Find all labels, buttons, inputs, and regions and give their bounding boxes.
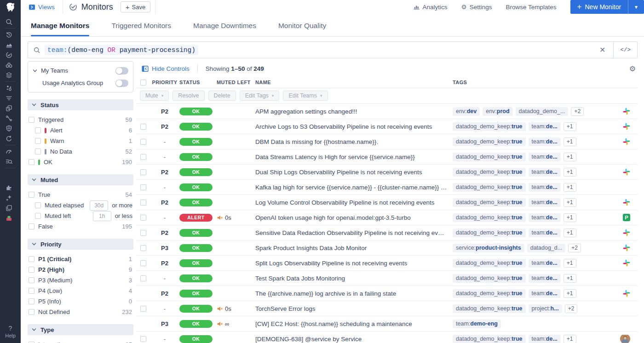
more-tags-badge[interactable]: +1 [564,153,576,161]
save-button[interactable]: + Save [121,1,150,12]
facet-duration-input[interactable] [90,200,108,211]
status-badge[interactable]: OK [179,108,213,115]
browse-templates-button[interactable]: Browse Templates [506,4,557,11]
facet-section-header-status[interactable]: Status [28,99,133,110]
facet-checkbox[interactable] [29,277,34,283]
facet-checkbox[interactable] [29,256,34,262]
tag-pill[interactable]: team:de... [529,213,561,222]
facet-section-header-muted[interactable]: Muted [28,174,133,185]
monitor-name-link[interactable]: Spark Product Insights Data Job Monitor [255,245,453,252]
monitor-name-link[interactable]: Sensitive Data Redaction Observability P… [255,229,453,236]
tag-pill[interactable]: team:de... [529,274,561,283]
facet-checkbox[interactable] [35,138,41,144]
tag-pill[interactable]: team:de... [529,259,561,268]
tag-pill[interactable]: datadog_demo_keep:true [453,229,526,237]
monitor-name-link[interactable]: Data Streams Latency is High for service… [255,154,453,160]
column-header-tags[interactable]: TAGS [453,80,638,85]
monitor-name-link[interactable]: TorchServe Error logs [255,305,453,312]
monitor-name-link[interactable]: Test Spark Data Jobs Monitoring [255,275,453,282]
tag-pill[interactable]: team:de... [529,122,561,131]
tag-pill[interactable]: team:de... [529,229,561,237]
more-tags-badge[interactable]: +1 [564,213,576,222]
facet-item-triggered[interactable]: Triggered59 [28,114,133,125]
workflows-icon[interactable] [5,204,13,212]
row-checkbox[interactable] [140,184,146,190]
tag-pill[interactable]: datadog_demo_keep:true [453,335,526,343]
delete-button[interactable]: Delete [208,91,236,101]
status-badge[interactable]: OK [179,199,213,206]
monitors-icon[interactable] [5,51,13,59]
status-badge[interactable]: OK [179,183,213,191]
facet-checkbox[interactable] [29,192,34,198]
more-tags-badge[interactable]: +1 [564,137,576,146]
slack-icon[interactable] [623,259,630,267]
monitor-name-link[interactable]: Kafka lag high for service {{service.nam… [255,184,453,191]
clear-search-button[interactable]: ✕ [592,42,613,58]
integrations-icon[interactable] [5,184,13,192]
tag-pill[interactable]: datadog_demo_keep:true [453,168,526,177]
monitor-name-link[interactable]: Dual Ship Logs Observability Pipeline is… [255,169,453,176]
toy-icon[interactable] [5,214,13,222]
status-badge[interactable]: OK [179,244,213,252]
table-settings-button[interactable]: ⚙ [629,64,636,73]
help-button[interactable]: ? Help [5,325,16,338]
edit-teams-button[interactable]: Edit Teams▾ [283,91,328,101]
slack-icon[interactable] [623,123,630,130]
monitor-name-link[interactable]: The {{archive.name}} log archive is in a… [255,290,453,297]
more-tags-badge[interactable]: +1 [564,183,576,192]
tab-manage-monitors[interactable]: Manage Monitors [31,22,89,36]
log-explorer-icon[interactable] [5,158,13,166]
monitor-name-link[interactable]: [DEMOENG-638] @service by Service [255,336,453,343]
pagerduty-icon[interactable]: P [623,214,630,221]
new-monitor-dropdown-button[interactable]: ▼ [628,0,644,14]
tag-pill[interactable]: env:prod [483,107,512,116]
monitor-name-link[interactable]: Archive Logs to S3 Observability Pipelin… [255,123,453,130]
status-badge[interactable]: OK [179,123,213,131]
row-checkbox[interactable] [140,154,146,160]
apm-icon[interactable] [5,84,13,92]
analytics-button[interactable]: Analytics [413,4,448,11]
monitor-name-link[interactable]: Split Logs Observability Pipeline is not… [255,260,453,267]
facet-item-p2-high-[interactable]: P2 (High)9 [28,264,133,275]
facet-item-true[interactable]: True54 [28,189,133,200]
select-all-checkbox[interactable] [140,80,146,86]
tag-pill[interactable]: team:de... [529,153,561,161]
sparkles-icon[interactable] [5,194,13,202]
status-badge[interactable]: OK [179,153,213,161]
more-tags-badge[interactable]: +2 [565,304,578,313]
row-checkbox[interactable] [140,139,146,145]
tag-pill[interactable]: datadog_demo_keep:true [453,122,526,131]
tag-pill[interactable]: project:h... [529,304,562,313]
tag-pill[interactable]: team:de... [529,335,561,343]
facet-section-header-type[interactable]: Type [28,324,133,335]
teams-toggle[interactable] [115,67,128,74]
tab-manage-downtimes[interactable]: Manage Downtimes [193,22,256,36]
more-tags-badge[interactable]: +2 [568,244,581,252]
column-header-status[interactable]: STATUS [179,80,217,85]
edit-tags-button[interactable]: Edit Tags▾ [240,91,280,101]
facet-item-p1-critical-[interactable]: P1 (Critical)1 [28,254,133,264]
monitor-name-link[interactable]: OpenAI token usage high for openai.model… [255,214,453,221]
tab-triggered-monitors[interactable]: Triggered Monitors [111,22,171,36]
facet-checkbox[interactable] [29,117,34,123]
status-badge[interactable]: OK [179,138,213,146]
row-checkbox[interactable] [140,306,146,312]
tag-pill[interactable]: datadog_demo_keep:true [453,183,526,192]
slack-icon[interactable] [623,229,630,236]
code-view-button[interactable]: </> [614,42,637,58]
tag-pill[interactable]: team:demo-eng [453,320,501,328]
status-badge[interactable]: ALERT [179,214,213,222]
row-checkbox[interactable] [140,169,146,175]
facet-checkbox[interactable] [29,288,34,294]
tag-pill[interactable]: env:dev [453,107,480,116]
more-tags-badge[interactable]: +1 [564,274,576,283]
tag-pill[interactable]: datadog_demo_keep:true [453,259,526,268]
column-header-muted-left[interactable]: MUTED LEFT [217,80,255,85]
teams-toggle[interactable] [115,80,128,87]
row-checkbox[interactable] [140,124,146,130]
tag-pill[interactable]: team:de... [529,168,561,177]
status-badge[interactable]: OK [179,229,213,237]
slack-icon[interactable] [623,138,630,145]
facet-item-false[interactable]: False195 [28,221,133,232]
facet-checkbox[interactable] [29,223,34,229]
